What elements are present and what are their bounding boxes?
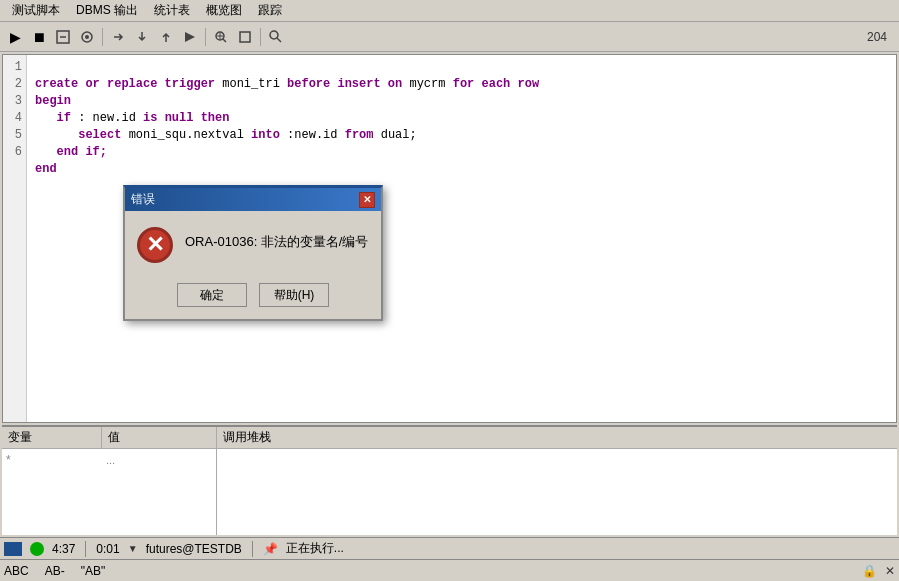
val-col-header: 值 [102,427,216,448]
clear-output-button[interactable] [234,26,256,48]
find-button[interactable] [265,26,287,48]
status-sep-2 [252,541,253,557]
callstack-header: 调用堆栈 [217,427,897,449]
svg-line-10 [277,38,281,42]
var-value: ... [106,454,212,466]
error-dialog: 错误 ✕ ✕ ORA-01036: 非法的变量名/编号 确定 帮助(H) [123,185,383,321]
debug-button[interactable] [76,26,98,48]
var-star: * [6,453,22,467]
status-arrow: ▼ [128,543,138,554]
error-icon: ✕ [137,227,173,263]
status-time: 4:37 [52,542,75,556]
dialog-title: 错误 [131,191,155,208]
status-blue-box [4,542,22,556]
var-row: * ... [6,451,212,469]
dialog-body: ✕ ORA-01036: 非法的变量名/编号 [125,211,381,275]
line-number-label: 204 [867,30,895,44]
toolbar-sep-1 [102,28,103,46]
dialog-buttons: 确定 帮助(H) [125,275,381,319]
status-duration: 0:01 [96,542,119,556]
code-editor: 1 2 3 4 5 6 create or replace trigger mo… [2,54,897,423]
strip-item-abc: ABC [4,564,29,578]
run-to-cursor-button[interactable] [179,26,201,48]
menu-stats[interactable]: 统计表 [146,0,198,21]
menu-trace[interactable]: 跟踪 [250,0,290,21]
strip-pin-icon: 🔒 [862,564,877,578]
toolbar: ▶ ⏹ 204 [0,22,899,52]
status-green-circle [30,542,44,556]
stop-button[interactable]: ⏹ [28,26,50,48]
strip-close-icon[interactable]: ✕ [885,564,895,578]
variables-body: * ... [2,449,216,535]
status-pin-icon: 📌 [263,542,278,556]
status-sep-1 [85,541,86,557]
bottom-panel: 变量 值 * ... 调用堆栈 [2,425,897,535]
menu-dbms-output[interactable]: DBMS 输出 [68,0,146,21]
step-out-button[interactable] [155,26,177,48]
dialog-message: ORA-01036: 非法的变量名/编号 [185,227,369,251]
status-text: 正在执行... [286,540,344,557]
strip-item-ab-: AB- [45,564,65,578]
bottom-strip: ABC AB- "AB" 🔒 ✕ [0,559,899,581]
status-connection: futures@TESTDB [146,542,242,556]
toolbar-sep-3 [260,28,261,46]
menu-test-script[interactable]: 测试脚本 [4,0,68,21]
modal-overlay: 错误 ✕ ✕ ORA-01036: 非法的变量名/编号 确定 帮助(H) [3,55,896,422]
main-area: 1 2 3 4 5 6 create or replace trigger mo… [0,52,899,537]
dialog-ok-button[interactable]: 确定 [177,283,247,307]
svg-point-3 [85,35,89,39]
bottom-strip-items: ABC AB- "AB" [4,564,105,578]
callstack-body [217,449,897,535]
dialog-titlebar: 错误 ✕ [125,188,381,211]
svg-point-9 [270,31,278,39]
var-col-header: 变量 [2,427,102,448]
variables-panel: 变量 值 * ... [2,427,217,535]
svg-rect-8 [240,32,250,42]
step-over-button[interactable] [107,26,129,48]
step-in-button[interactable] [131,26,153,48]
variables-header: 变量 值 [2,427,216,449]
strip-item-ab-quote: "AB" [81,564,106,578]
menu-bar: 测试脚本 DBMS 输出 统计表 概览图 跟踪 [0,0,899,22]
add-watch-button[interactable] [210,26,232,48]
toolbar-sep-2 [205,28,206,46]
bottom-strip-right: 🔒 ✕ [862,564,895,578]
svg-line-5 [223,39,226,42]
dialog-help-button[interactable]: 帮助(H) [259,283,329,307]
menu-overview[interactable]: 概览图 [198,0,250,21]
status-bar: 4:37 0:01 ▼ futures@TESTDB 📌 正在执行... [0,537,899,559]
dialog-close-button[interactable]: ✕ [359,192,375,208]
run-button[interactable]: ▶ [4,26,26,48]
callstack-panel: 调用堆栈 [217,427,897,535]
compile-button[interactable] [52,26,74,48]
